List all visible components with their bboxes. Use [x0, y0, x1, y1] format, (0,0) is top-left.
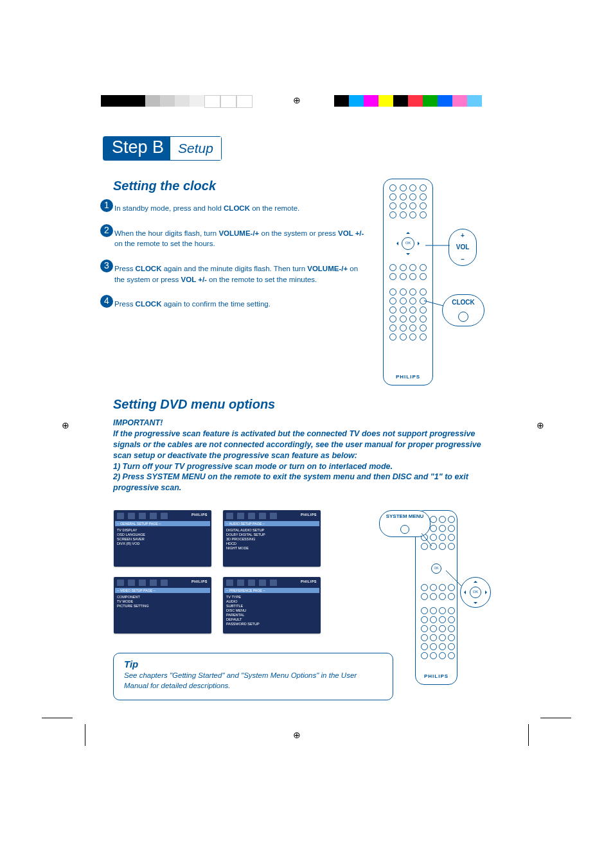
clock-button-icon: [458, 312, 468, 322]
section-label: Setup: [170, 136, 222, 161]
system-menu-label: SYSTEM MENU: [380, 513, 430, 519]
callout-leader-line-icon: [422, 532, 433, 549]
clock-steps-list: 1 In standby mode, press and hold CLOCK …: [100, 199, 370, 320]
osd-audio-setup: PHILIPS -- AUDIO SETUP PAGE -- DIGITAL A…: [223, 510, 321, 567]
registration-icon: ⊕: [293, 95, 301, 105]
clock-label: CLOCK: [443, 299, 484, 306]
svg-line-1: [424, 301, 443, 306]
step-number-badge: 2: [100, 224, 113, 237]
step-4-text: Press CLOCK again to confirm the time se…: [114, 295, 370, 314]
step-2-text: When the hour digits flash, turn VOLUME-…: [114, 224, 370, 253]
vol-callout-bubble: + VOL –: [449, 229, 477, 266]
crop-mark-icon: [528, 724, 529, 746]
osd-video-setup: PHILIPS -- VIDEO SETUP PAGE -- COMPONENT…: [114, 577, 211, 633]
ok-label: OK: [470, 587, 481, 598]
remote-diagram-dvd: OK PHILIPS SYSTEM MENU OK: [415, 510, 489, 696]
important-body: If the progressive scan feature is activ…: [113, 429, 499, 461]
registration-icon: ⊕: [293, 730, 301, 740]
remote-diagram-clock: OK PHILIPS + VOL –: [383, 179, 486, 384]
step-2: 2 When the hour digits flash, turn VOLUM…: [100, 224, 370, 253]
osd-general-setup: PHILIPS -- GENERAL SETUP PAGE -- TV DISP…: [114, 510, 211, 567]
step-3-text: Press CLOCK again and the minute digits …: [114, 260, 370, 288]
ok-button-icon: OK: [431, 563, 441, 574]
osd-screens-grid: PHILIPS -- GENERAL SETUP PAGE -- TV DISP…: [114, 510, 321, 633]
dpad-icon: OK: [395, 231, 421, 256]
step-header: Step B Setup: [103, 136, 222, 161]
dpad-callout-bubble: OK: [460, 577, 491, 608]
manual-page: ⊕ ⊕ ⊕ ⊕ Step B Setup Setting the clock 1…: [0, 0, 613, 868]
tip-body: See chapters "Getting Started" and "Syst…: [124, 671, 382, 691]
dpad-icon: OK: [426, 558, 447, 579]
callout-leader-line-icon: [424, 297, 446, 310]
system-menu-button-icon: [400, 525, 409, 534]
step-label: Step B: [103, 136, 170, 161]
important-title: IMPORTANT!: [113, 418, 499, 429]
step-1: 1 In standby mode, press and hold CLOCK …: [100, 199, 370, 218]
heading-dvd-options: Setting DVD menu options: [113, 397, 275, 412]
crop-mark-icon: [42, 718, 73, 718]
step-4: 4 Press CLOCK again to confirm the time …: [100, 295, 370, 314]
ok-button-icon: OK: [402, 237, 414, 250]
important-note: IMPORTANT! If the progressive scan featu…: [113, 418, 499, 493]
registration-icon: ⊕: [537, 420, 544, 430]
callout-leader-line-icon: [446, 571, 463, 587]
remote-brand-label: PHILIPS: [416, 673, 457, 679]
step-number-badge: 3: [100, 260, 113, 272]
step-1-text: In standby mode, press and hold CLOCK on…: [114, 199, 370, 218]
heading-setting-clock: Setting the clock: [113, 179, 216, 193]
step-number-badge: 1: [100, 199, 113, 212]
remote-body: OK PHILIPS: [383, 179, 433, 385]
clock-callout-bubble: CLOCK: [442, 294, 484, 326]
step-3: 3 Press CLOCK again and the minute digit…: [100, 260, 370, 288]
important-line-1: 1) Turn off your TV progressive scan mod…: [113, 461, 499, 472]
step-number-badge: 4: [100, 295, 113, 308]
svg-line-2: [422, 533, 432, 546]
remote-brand-label: PHILIPS: [384, 374, 432, 380]
tip-box: Tip See chapters "Getting Started" and "…: [113, 653, 393, 700]
color-registration-strip-right: [334, 95, 482, 107]
crop-mark-icon: [540, 718, 571, 718]
svg-line-3: [446, 571, 461, 586]
tip-title: Tip: [124, 659, 382, 669]
color-registration-strip-left: [101, 95, 253, 107]
important-line-2: 2) Press SYSTEM MENU on the remote to ex…: [113, 472, 499, 493]
osd-preference: PHILIPS -- PREFERENCE PAGE -- TV TYPE AU…: [223, 577, 321, 633]
vol-label: VOL: [449, 244, 476, 251]
crop-mark-icon: [85, 724, 85, 746]
callout-leader-line-icon: [425, 240, 451, 253]
registration-icon: ⊕: [62, 420, 69, 430]
